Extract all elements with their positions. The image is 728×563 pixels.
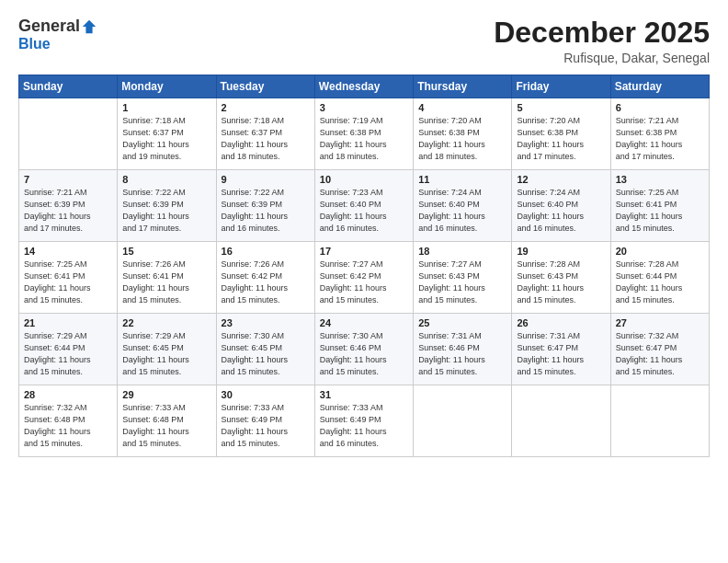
day-info: Sunrise: 7:32 AMSunset: 6:47 PMDaylight:…	[616, 330, 704, 378]
calendar-cell: 9Sunrise: 7:22 AMSunset: 6:39 PMDaylight…	[216, 170, 314, 242]
day-number: 2	[222, 102, 310, 113]
day-number: 1	[122, 102, 210, 113]
calendar-cell	[19, 98, 118, 170]
calendar-cell: 3Sunrise: 7:19 AMSunset: 6:38 PMDaylight…	[314, 98, 413, 170]
logo: General Blue	[18, 17, 97, 52]
calendar-cell: 23Sunrise: 7:30 AMSunset: 6:45 PMDayligh…	[216, 314, 314, 385]
day-number: 25	[418, 317, 506, 328]
day-info: Sunrise: 7:31 AMSunset: 6:47 PMDaylight:…	[517, 330, 605, 378]
day-number: 29	[122, 389, 210, 400]
day-info: Sunrise: 7:26 AMSunset: 6:41 PMDaylight:…	[122, 259, 210, 306]
day-header-wednesday: Wednesday	[314, 75, 413, 98]
title-block: December 2025 Rufisque, Dakar, Senegal	[494, 17, 710, 65]
day-info: Sunrise: 7:22 AMSunset: 6:39 PMDaylight:…	[122, 187, 210, 235]
day-number: 7	[24, 174, 112, 185]
calendar-cell: 16Sunrise: 7:26 AMSunset: 6:42 PMDayligh…	[216, 242, 314, 314]
day-number: 3	[320, 102, 408, 113]
calendar-cell	[610, 385, 709, 457]
day-info: Sunrise: 7:28 AMSunset: 6:44 PMDaylight:…	[616, 259, 704, 306]
logo-blue-text: Blue	[18, 36, 51, 52]
calendar-cell: 25Sunrise: 7:31 AMSunset: 6:46 PMDayligh…	[414, 314, 512, 385]
calendar-cell: 18Sunrise: 7:27 AMSunset: 6:43 PMDayligh…	[414, 242, 512, 314]
day-info: Sunrise: 7:30 AMSunset: 6:46 PMDaylight:…	[320, 330, 408, 378]
calendar-cell: 4Sunrise: 7:20 AMSunset: 6:38 PMDaylight…	[414, 98, 512, 170]
day-number: 4	[418, 102, 506, 113]
day-info: Sunrise: 7:28 AMSunset: 6:43 PMDaylight:…	[517, 259, 605, 306]
calendar-cell: 21Sunrise: 7:29 AMSunset: 6:44 PMDayligh…	[19, 314, 118, 385]
day-info: Sunrise: 7:29 AMSunset: 6:45 PMDaylight:…	[122, 330, 210, 378]
day-header-thursday: Thursday	[414, 75, 512, 98]
calendar: SundayMondayTuesdayWednesdayThursdayFrid…	[18, 75, 710, 457]
calendar-cell: 1Sunrise: 7:18 AMSunset: 6:37 PMDaylight…	[118, 98, 216, 170]
day-number: 19	[517, 246, 605, 257]
day-info: Sunrise: 7:32 AMSunset: 6:48 PMDaylight:…	[24, 402, 112, 450]
day-number: 31	[320, 389, 408, 400]
day-number: 18	[418, 246, 506, 257]
calendar-cell: 12Sunrise: 7:24 AMSunset: 6:40 PMDayligh…	[512, 170, 610, 242]
calendar-cell: 17Sunrise: 7:27 AMSunset: 6:42 PMDayligh…	[314, 242, 413, 314]
calendar-week-1: 1Sunrise: 7:18 AMSunset: 6:37 PMDaylight…	[19, 98, 710, 170]
calendar-header-row: SundayMondayTuesdayWednesdayThursdayFrid…	[19, 75, 710, 98]
day-info: Sunrise: 7:18 AMSunset: 6:37 PMDaylight:…	[222, 115, 310, 163]
day-number: 10	[320, 174, 408, 185]
calendar-cell	[512, 385, 610, 457]
calendar-cell: 6Sunrise: 7:21 AMSunset: 6:38 PMDaylight…	[610, 98, 709, 170]
day-number: 11	[418, 174, 506, 185]
day-header-sunday: Sunday	[19, 75, 118, 98]
calendar-cell: 26Sunrise: 7:31 AMSunset: 6:47 PMDayligh…	[512, 314, 610, 385]
day-number: 5	[517, 102, 605, 113]
day-info: Sunrise: 7:33 AMSunset: 6:49 PMDaylight:…	[222, 402, 310, 450]
calendar-cell: 7Sunrise: 7:21 AMSunset: 6:39 PMDaylight…	[19, 170, 118, 242]
day-number: 9	[222, 174, 310, 185]
day-info: Sunrise: 7:31 AMSunset: 6:46 PMDaylight:…	[418, 330, 506, 378]
logo-general-text: General	[18, 17, 80, 36]
page: General Blue December 2025 Rufisque, Dak…	[0, 0, 728, 563]
day-number: 27	[616, 317, 704, 328]
day-header-tuesday: Tuesday	[216, 75, 314, 98]
day-info: Sunrise: 7:33 AMSunset: 6:48 PMDaylight:…	[122, 402, 210, 450]
calendar-cell: 24Sunrise: 7:30 AMSunset: 6:46 PMDayligh…	[314, 314, 413, 385]
day-info: Sunrise: 7:26 AMSunset: 6:42 PMDaylight:…	[222, 259, 310, 306]
calendar-cell: 13Sunrise: 7:25 AMSunset: 6:41 PMDayligh…	[610, 170, 709, 242]
day-number: 24	[320, 317, 408, 328]
calendar-cell: 10Sunrise: 7:23 AMSunset: 6:40 PMDayligh…	[314, 170, 413, 242]
calendar-cell: 31Sunrise: 7:33 AMSunset: 6:49 PMDayligh…	[314, 385, 413, 457]
svg-marker-0	[83, 19, 96, 32]
calendar-cell: 11Sunrise: 7:24 AMSunset: 6:40 PMDayligh…	[414, 170, 512, 242]
day-info: Sunrise: 7:20 AMSunset: 6:38 PMDaylight:…	[418, 115, 506, 163]
day-number: 16	[222, 246, 310, 257]
day-header-saturday: Saturday	[610, 75, 709, 98]
day-info: Sunrise: 7:24 AMSunset: 6:40 PMDaylight:…	[418, 187, 506, 235]
calendar-cell: 22Sunrise: 7:29 AMSunset: 6:45 PMDayligh…	[118, 314, 216, 385]
day-number: 30	[222, 389, 310, 400]
calendar-cell: 27Sunrise: 7:32 AMSunset: 6:47 PMDayligh…	[610, 314, 709, 385]
day-info: Sunrise: 7:21 AMSunset: 6:39 PMDaylight:…	[24, 187, 112, 235]
day-info: Sunrise: 7:25 AMSunset: 6:41 PMDaylight:…	[616, 187, 704, 235]
day-number: 23	[222, 317, 310, 328]
day-info: Sunrise: 7:27 AMSunset: 6:42 PMDaylight:…	[320, 259, 408, 306]
day-number: 26	[517, 317, 605, 328]
calendar-cell: 29Sunrise: 7:33 AMSunset: 6:48 PMDayligh…	[118, 385, 216, 457]
header: General Blue December 2025 Rufisque, Dak…	[18, 17, 710, 65]
calendar-cell: 20Sunrise: 7:28 AMSunset: 6:44 PMDayligh…	[610, 242, 709, 314]
day-number: 13	[616, 174, 704, 185]
location: Rufisque, Dakar, Senegal	[494, 51, 710, 65]
day-info: Sunrise: 7:19 AMSunset: 6:38 PMDaylight:…	[320, 115, 408, 163]
calendar-cell	[414, 385, 512, 457]
day-info: Sunrise: 7:29 AMSunset: 6:44 PMDaylight:…	[24, 330, 112, 378]
calendar-cell: 30Sunrise: 7:33 AMSunset: 6:49 PMDayligh…	[216, 385, 314, 457]
day-number: 8	[122, 174, 210, 185]
day-header-friday: Friday	[512, 75, 610, 98]
day-number: 28	[24, 389, 112, 400]
day-number: 6	[616, 102, 704, 113]
day-number: 20	[616, 246, 704, 257]
day-info: Sunrise: 7:25 AMSunset: 6:41 PMDaylight:…	[24, 259, 112, 306]
day-info: Sunrise: 7:33 AMSunset: 6:49 PMDaylight:…	[320, 402, 408, 450]
calendar-cell: 8Sunrise: 7:22 AMSunset: 6:39 PMDaylight…	[118, 170, 216, 242]
calendar-cell: 14Sunrise: 7:25 AMSunset: 6:41 PMDayligh…	[19, 242, 118, 314]
day-info: Sunrise: 7:21 AMSunset: 6:38 PMDaylight:…	[616, 115, 704, 163]
month-title: December 2025	[494, 17, 710, 49]
day-info: Sunrise: 7:20 AMSunset: 6:38 PMDaylight:…	[517, 115, 605, 163]
logo-icon	[81, 18, 97, 35]
day-info: Sunrise: 7:18 AMSunset: 6:37 PMDaylight:…	[122, 115, 210, 163]
